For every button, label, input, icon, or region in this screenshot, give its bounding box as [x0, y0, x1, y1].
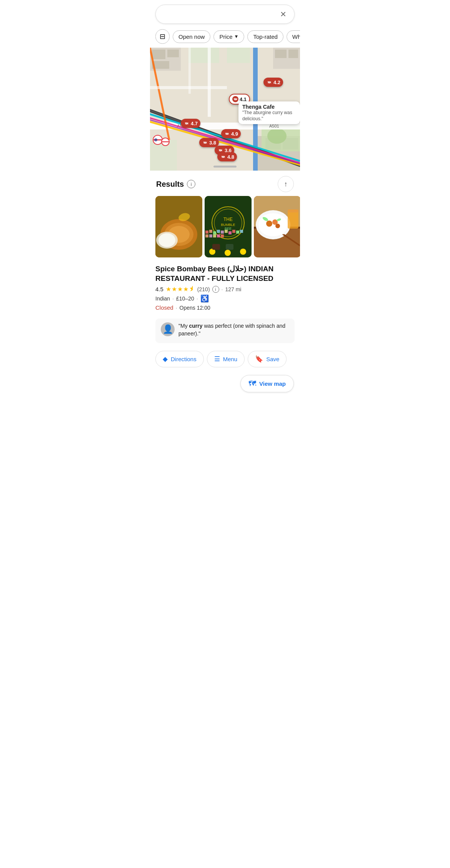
menu-label: Menu: [223, 356, 238, 362]
save-label: Save: [266, 356, 279, 362]
view-map-bar: 🗺 View map: [150, 371, 300, 398]
results-header: Results i ↑: [150, 171, 300, 196]
svg-rect-8: [188, 48, 219, 63]
filter-chip-price[interactable]: Price ▼: [213, 30, 244, 43]
svg-rect-53: [205, 231, 208, 234]
opens-time-label: Opens 12:00: [180, 305, 210, 311]
directions-label: Directions: [171, 356, 197, 362]
map-icon: 🗺: [248, 379, 256, 388]
restaurant-pin-icon-6: 🍽: [220, 154, 226, 160]
food-photo-3: [254, 196, 300, 257]
svg-rect-3: [167, 50, 179, 57]
svg-point-80: [275, 224, 280, 228]
filter-chip-top-rated[interactable]: Top-rated: [247, 30, 283, 43]
photo-thumb-1[interactable]: [155, 196, 202, 257]
wheelchair-accessible-icon: ♿: [200, 294, 209, 303]
cuisine-label: Indian: [155, 295, 170, 302]
svg-text:A501: A501: [269, 124, 279, 128]
restaurant-pin-icon-3: 🍽: [224, 131, 230, 137]
svg-rect-71: [212, 244, 220, 250]
svg-point-32: [154, 138, 157, 141]
svg-rect-2: [152, 50, 165, 59]
info-icon: i: [191, 181, 192, 187]
restaurant-pin-icon-2: 🍽: [183, 120, 190, 126]
filter-icon-button[interactable]: ⊟: [155, 29, 170, 44]
save-button[interactable]: 🔖 Save: [248, 351, 287, 367]
share-icon: ↑: [284, 180, 288, 188]
svg-rect-67: [221, 234, 224, 237]
svg-rect-9: [227, 48, 250, 63]
svg-rect-63: [205, 234, 208, 237]
svg-text:BUMBLE: BUMBLE: [221, 223, 235, 227]
status-row: Closed · Opens 12:00: [155, 304, 295, 311]
filter-sliders-icon: ⊟: [160, 32, 165, 41]
photo-strip[interactable]: THE BUMBLE BEE: [150, 196, 300, 263]
results-info-button[interactable]: i: [187, 180, 195, 188]
search-bar[interactable]: top spots for curry ✕: [155, 5, 295, 24]
review-text: "My curry was perfect (one with spinach …: [178, 322, 289, 337]
rating-row: 4.5 ★ ★ ★ ★ ⯨ (210) i · 127 mi: [155, 285, 295, 293]
svg-rect-29: [188, 48, 191, 94]
svg-rect-27: [208, 48, 211, 117]
svg-point-15: [267, 128, 287, 144]
rating-number: 4.5: [155, 286, 163, 292]
map-pin-3-8[interactable]: 🍽 3.8: [199, 138, 219, 147]
map-callout[interactable]: Thenga Cafe "The aburgine curry was deli…: [238, 101, 300, 124]
svg-rect-60: [232, 230, 235, 233]
results-title-group: Results i: [156, 180, 195, 189]
review-bold-word: curry: [189, 323, 203, 329]
restaurant-photo-2: THE BUMBLE BEE: [205, 196, 252, 257]
svg-rect-58: [225, 230, 228, 233]
svg-point-77: [258, 213, 288, 236]
photo-thumb-2[interactable]: THE BUMBLE BEE: [205, 196, 252, 257]
menu-button[interactable]: ☰ Menu: [207, 351, 245, 367]
svg-rect-59: [228, 231, 232, 234]
price-range-label: £10–20: [176, 295, 194, 302]
star-4: ★: [183, 285, 188, 293]
svg-point-69: [225, 250, 231, 256]
separator-dot-2: ·: [172, 295, 174, 302]
svg-text:THE: THE: [223, 217, 233, 222]
map-pin-4-7[interactable]: 🍽 4.7: [181, 119, 200, 128]
filter-row: ⊟ Open now Price ▼ Top-rated Wheelchair: [150, 28, 300, 48]
action-buttons: ◆ Directions ☰ Menu 🔖 Save: [150, 349, 300, 371]
restaurant-name: Spice Bombay Bees (حلال) INDIAN RESTAURA…: [155, 264, 295, 283]
restaurant-pin-selected-icon: 🍽: [232, 96, 238, 102]
svg-rect-84: [288, 209, 298, 212]
filter-chip-open-now[interactable]: Open now: [173, 30, 210, 43]
svg-rect-55: [213, 231, 216, 234]
star-1: ★: [166, 285, 171, 293]
view-map-button[interactable]: 🗺 View map: [240, 375, 294, 392]
svg-rect-56: [217, 230, 220, 233]
star-rating: ★ ★ ★ ★ ⯨: [166, 285, 195, 293]
avatar-icon: 👤: [163, 324, 173, 334]
map-area[interactable]: A501 A501: [150, 48, 300, 171]
review-snippet: 👤 "My curry was perfect (one with spinac…: [155, 319, 295, 343]
filter-chip-wheelchair[interactable]: Wheelchair: [287, 30, 300, 43]
clear-search-icon[interactable]: ✕: [278, 9, 288, 20]
star-half: ⯨: [189, 285, 195, 293]
review-count: (210): [197, 286, 210, 292]
svg-rect-54: [209, 230, 212, 233]
restaurant-pin-icon-4: 🍽: [202, 139, 208, 146]
map-pin-4-9[interactable]: 🍽 4.9: [221, 129, 241, 138]
separator-dot-3: ·: [197, 295, 198, 302]
svg-point-70: [240, 249, 246, 255]
map-pin-4-8[interactable]: 🍽 4.8: [217, 152, 237, 161]
directions-button[interactable]: ◆ Directions: [155, 351, 204, 367]
svg-rect-72: [226, 244, 233, 250]
search-input[interactable]: top spots for curry: [162, 10, 278, 19]
svg-rect-7: [288, 50, 298, 58]
map-pin-4-2[interactable]: 🍽 4.2: [263, 78, 283, 87]
menu-icon: ☰: [214, 355, 220, 363]
separator-dot-4: ·: [176, 305, 177, 311]
status-label: Closed: [155, 304, 173, 311]
photo-thumb-3[interactable]: [254, 196, 300, 257]
chevron-down-icon: ▼: [234, 34, 239, 39]
reviewer-avatar: 👤: [161, 322, 175, 336]
save-icon: 🔖: [255, 355, 263, 363]
share-button[interactable]: ↑: [278, 176, 294, 192]
results-title: Results: [156, 180, 184, 189]
rating-info-icon[interactable]: i: [212, 286, 219, 293]
view-map-label: View map: [259, 380, 286, 387]
